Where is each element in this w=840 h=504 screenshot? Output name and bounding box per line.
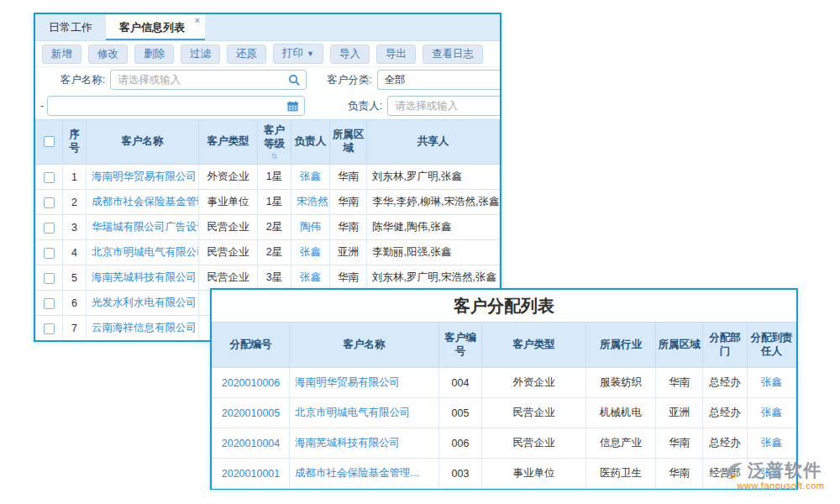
region: 华南: [656, 459, 703, 489]
select-all-checkbox[interactable]: [44, 136, 55, 147]
customer-level: 2星: [258, 215, 291, 240]
search-icon[interactable]: [288, 74, 301, 87]
owner-label: 负责人:: [312, 99, 382, 113]
row-checkbox[interactable]: [44, 197, 55, 208]
vendor-watermark: 泛普软件 www.fanpusoft.com: [724, 459, 837, 491]
customer-name-link[interactable]: 北京市明城电气有限公司: [92, 246, 199, 258]
date-input[interactable]: [47, 96, 306, 116]
print-label: 打印: [282, 47, 303, 59]
col-region: 所属区域: [656, 323, 703, 368]
row-checkbox[interactable]: [44, 323, 55, 334]
fanpu-logo-icon: [724, 459, 746, 481]
dept: 总经办: [703, 368, 748, 398]
delete-button[interactable]: 删除: [134, 45, 174, 64]
customer-name-link[interactable]: 海南明华贸易有限公司: [295, 376, 400, 388]
customer-type: 民营企业: [482, 428, 586, 459]
import-button[interactable]: 导入: [330, 45, 370, 64]
customer-row: 5 海南芜城科技有限公司 民营企业 3星 张鑫 华南 刘东林,罗广明,宋浩然,张…: [36, 265, 500, 291]
customer-name-link[interactable]: 光发水利水电有限公司: [92, 297, 197, 308]
owner-placeholder: 请选择或输入: [395, 99, 458, 113]
shared-people: 刘东林,罗广明,张鑫: [367, 165, 500, 190]
sort-icon[interactable]: ⇅: [260, 153, 289, 160]
row-checkbox[interactable]: [44, 298, 55, 309]
allocation-table-header-row: 分配编号 客户名称 客户编号 客户类型 所属行业 所属区域 分配部门 分配到责任…: [213, 323, 796, 368]
tab-customer-info-list[interactable]: 客户信息列表 ×: [106, 14, 205, 40]
row-checkbox[interactable]: [44, 273, 55, 284]
alloc-no-link[interactable]: 2020010004: [222, 438, 281, 449]
customer-level: 1星: [258, 190, 291, 215]
dept: 总经办: [703, 428, 748, 459]
customer-category-select[interactable]: 全部: [377, 70, 500, 90]
customer-name-link[interactable]: 成都市社会保险基金管理...: [92, 196, 199, 207]
watermark-brand: 泛普软件: [748, 459, 822, 482]
industry: 信息产业: [586, 428, 656, 459]
shared-people: 李勤丽,阳强,张鑫: [367, 240, 500, 265]
customer-name-link[interactable]: 海南芜城科技有限公司: [295, 437, 400, 449]
row-no: 2: [63, 190, 87, 215]
row-checkbox[interactable]: [44, 248, 55, 259]
customer-name-link[interactable]: 海南明华贸易有限公司: [92, 171, 197, 182]
print-button[interactable]: 打印▼: [273, 44, 323, 64]
alloc-no-link[interactable]: 2020010005: [222, 407, 281, 419]
customer-name-link[interactable]: 成都市社会保险基金管理...: [295, 467, 419, 479]
filter-row-1: 客户名称: 请选择或输入 客户分类: 全部: [35, 67, 500, 92]
add-button[interactable]: 新增: [42, 45, 81, 64]
owner-link[interactable]: 张鑫: [300, 171, 321, 182]
customer-level: 3星: [258, 265, 291, 291]
export-button[interactable]: 导出: [376, 45, 416, 64]
alloc-no-link[interactable]: 2020010001: [222, 468, 281, 480]
col-customer-name: 客户名称: [87, 120, 199, 165]
caret-down-icon: ▼: [307, 50, 314, 58]
row-checkbox[interactable]: [44, 172, 55, 183]
row-no: 7: [63, 316, 87, 341]
customer-category-label: 客户分类:: [313, 73, 372, 87]
col-customer-level[interactable]: 客户等级⇅: [258, 120, 291, 165]
assignee-link[interactable]: 张鑫: [761, 407, 782, 418]
filter-button[interactable]: 过滤: [181, 45, 220, 64]
owner-link[interactable]: 张鑫: [300, 246, 321, 258]
assignee-link[interactable]: 张鑫: [761, 437, 782, 449]
row-checkbox[interactable]: [44, 223, 55, 234]
assignee-link[interactable]: 张鑫: [761, 376, 782, 388]
toolbar: 新增 修改 删除 过滤 还原 打印▼ 导入 导出 查看日志: [35, 41, 500, 67]
row-no: 6: [63, 291, 87, 316]
customer-type: 事业单位: [482, 459, 586, 489]
customer-name-input[interactable]: 请选择或输入: [110, 70, 307, 90]
owner-link[interactable]: 张鑫: [300, 271, 321, 283]
restore-button[interactable]: 还原: [227, 45, 266, 64]
shared-people: 李华,李婷,柳琳,宋浩然,张鑫: [367, 190, 500, 215]
row-no: 1: [63, 165, 87, 190]
customer-allocation-dialog: 客户分配列表 分配编号 客户名称 客户编号 客户类型 所属行业 所属区域 分配部…: [210, 288, 798, 490]
customer-name-link[interactable]: 华瑞城有限公司广告设计部: [92, 221, 199, 233]
allocation-row: 2020010006 海南明华贸易有限公司 004 外资企业 服装纺织 华南 总…: [213, 368, 796, 398]
customer-no: 005: [439, 398, 482, 428]
view-log-button[interactable]: 查看日志: [423, 45, 483, 64]
customer-row: 3 华瑞城有限公司广告设计部 民营企业 2星 陶伟 华南 陈华健,陶伟,张鑫: [36, 215, 500, 240]
calendar-icon[interactable]: [286, 100, 299, 113]
customer-name-link[interactable]: 云南海祥信息有限公司: [92, 322, 197, 333]
region: 亚洲: [330, 240, 367, 265]
owner-link[interactable]: 宋浩然: [297, 196, 328, 207]
customer-name-label: 客户名称:: [35, 73, 105, 87]
industry: 机械机电: [586, 398, 656, 428]
tab-daily-work[interactable]: 日常工作: [35, 14, 106, 40]
customer-type: 民营企业: [199, 215, 258, 240]
customer-category-value: 全部: [385, 73, 406, 87]
owner-link[interactable]: 陶伟: [300, 221, 321, 233]
filter-row-2: - 负责人: 请选择或输入: [35, 92, 500, 119]
industry: 服装纺织: [586, 368, 656, 398]
date-range-separator: -: [35, 100, 45, 112]
edit-button[interactable]: 修改: [88, 45, 128, 64]
watermark-url: www.fanpusoft.com: [724, 480, 837, 491]
region: 亚洲: [656, 398, 703, 428]
allocation-row: 2020010004 海南芜城科技有限公司 006 民营企业 信息产业 华南 总…: [213, 428, 796, 459]
customer-no: 003: [439, 459, 482, 489]
col-customer-type: 客户类型: [482, 323, 586, 368]
row-no: 3: [63, 215, 87, 240]
owner-input[interactable]: 请选择或输入: [387, 96, 500, 116]
alloc-no-link[interactable]: 2020010006: [222, 377, 281, 389]
customer-name-link[interactable]: 海南芜城科技有限公司: [92, 271, 197, 283]
tab-close-icon[interactable]: ×: [195, 16, 200, 25]
customer-name-link[interactable]: 北京市明城电气有限公司: [295, 407, 411, 418]
col-alloc-no: 分配编号: [213, 323, 290, 368]
